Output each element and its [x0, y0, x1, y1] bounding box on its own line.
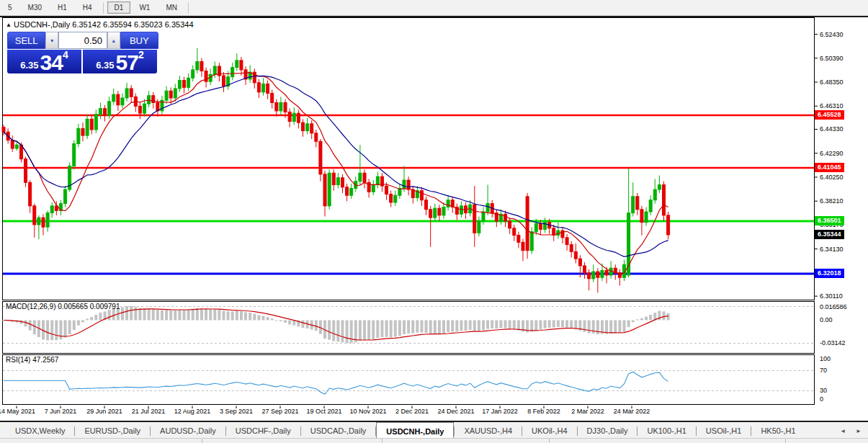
- chart-tab-uk100[interactable]: UK100-,H1: [637, 422, 695, 439]
- window-border: [0, 16, 868, 17]
- date-label: 12 Aug 2021: [174, 408, 211, 415]
- timeframe-button-h1[interactable]: H1: [50, 1, 74, 14]
- timeframe-button-5[interactable]: 5: [1, 1, 19, 14]
- date-label: 29 Jun 2021: [86, 408, 122, 415]
- tab-scroll-left-icon[interactable]: ◄: [835, 428, 851, 434]
- rsi-axis-label: 70: [820, 367, 827, 374]
- sell-price-small: 6.35: [20, 58, 38, 72]
- chart-tab-usdchf[interactable]: USDCHF-,Daily: [226, 422, 300, 439]
- date-label: 7 Jun 2021: [45, 408, 77, 415]
- price-tick-label: 6.34130: [820, 246, 844, 253]
- price-tick-label: 6.42290: [820, 150, 844, 157]
- sell-button[interactable]: SELL: [7, 32, 45, 49]
- status-strip-divider: [202, 439, 202, 443]
- chart-tab-usdx[interactable]: USDX,Weekly: [6, 422, 74, 439]
- price-tick-label: 6.40250: [820, 174, 844, 181]
- date-label: 10 Nov 2021: [349, 408, 386, 415]
- price-tick-label: 6.44330: [820, 125, 844, 133]
- macd-axis-label: -0.03142: [820, 339, 846, 346]
- rsi-axis-label: 30: [820, 387, 827, 394]
- status-strip-divider: [382, 439, 382, 443]
- timeframe-toolbar: 5M30H1H4D1W1MN: [0, 0, 868, 16]
- price-tick-label: 6.48350: [820, 79, 844, 86]
- date-label: 3 Sep 2021: [220, 408, 253, 415]
- price-tick-label: 6.30110: [820, 292, 843, 300]
- buy-price-display[interactable]: 6.35 57 2: [83, 50, 157, 73]
- price-level-badge: 6.32018: [815, 269, 844, 278]
- rsi-indicator-label: RSI(14) 47.2567: [6, 356, 58, 364]
- macd-axis-label: 0.00: [820, 316, 833, 323]
- timeframe-button-d1[interactable]: D1: [107, 1, 131, 14]
- buy-price-small: 6.35: [96, 58, 114, 72]
- sell-price-display[interactable]: 6.35 34 4: [7, 50, 81, 73]
- date-label: 14 May 2021: [0, 408, 35, 415]
- macd-indicator-label: MACD(12,26,9) 0.005665 0.009791: [6, 303, 120, 310]
- trading-platform-window: 5M30H1H4D1W1MN ▲ USDCNH-,Daily 6.35142 6…: [0, 0, 868, 443]
- chart-tab-bar: USDX,WeeklyEURUSD-,DailyAUDUSD-,DailyUSD…: [0, 421, 868, 439]
- tab-scroll-right-icon[interactable]: ►: [851, 428, 867, 434]
- chart-tab-usoil[interactable]: USOil-,H1: [697, 422, 751, 439]
- one-click-trading-widget: SELL ▼ ▲ BUY 6.35 34 4 6.35 57 2: [7, 32, 158, 73]
- price-level-badge: 6.41045: [815, 163, 844, 172]
- chart-tab-eurusd[interactable]: EURUSD-,Daily: [75, 422, 150, 439]
- volume-decrease-button[interactable]: ▼: [45, 32, 58, 49]
- sell-price-big: 34: [40, 53, 63, 72]
- tab-scroll-arrows: ◄►: [835, 422, 868, 439]
- collapse-triangle-icon: ▲: [6, 22, 12, 28]
- chart-tab-ukoil[interactable]: UKOil-,H4: [522, 422, 577, 439]
- status-strip-divider: [785, 439, 786, 443]
- date-label: 17 Jan 2022: [482, 408, 518, 415]
- buy-price-pip: 2: [138, 50, 144, 59]
- macd-axis-label: 0.016586: [820, 303, 847, 310]
- timeframe-button-h4[interactable]: H4: [76, 1, 99, 14]
- date-label: 27 Sep 2021: [261, 408, 298, 415]
- price-tick-label: 6.52430: [820, 31, 844, 38]
- chart-symbol-label: USDCNH-,Daily: [14, 20, 70, 29]
- buy-button[interactable]: BUY: [120, 32, 158, 49]
- status-strip: [0, 438, 868, 443]
- timeframe-button-mn[interactable]: MN: [158, 1, 184, 14]
- rsi-axis-label: 0: [820, 395, 823, 403]
- price-tick-label: 6.46310: [820, 102, 844, 109]
- chart-tab-xauusd[interactable]: XAUUSD-,H4: [455, 422, 522, 439]
- date-label: 2 Dec 2021: [395, 408, 429, 415]
- sell-price-pip: 4: [63, 50, 68, 59]
- chart-tab-usdcnh[interactable]: USDCNH-,Daily: [376, 422, 454, 439]
- date-label: 19 Oct 2021: [306, 408, 341, 415]
- date-label: 8 Feb 2022: [527, 408, 560, 415]
- price-level-badge: 6.35344: [815, 230, 844, 239]
- timeframe-button-w1[interactable]: W1: [132, 1, 157, 14]
- chart-tab-usdcad[interactable]: USDCAD-,Daily: [301, 422, 376, 439]
- price-level-badge: 6.36501: [815, 216, 844, 225]
- price-level-badge: 6.45528: [815, 110, 844, 120]
- date-label: 21 Jul 2021: [132, 408, 166, 415]
- price-tick-label: 6.50390: [820, 55, 844, 62]
- chart-title: ▲ USDCNH-,Daily 6.35142 6.35594 6.35023 …: [6, 20, 194, 29]
- buy-price-big: 57: [116, 53, 138, 72]
- rsi-axis-label: 100: [820, 355, 831, 362]
- date-label: 2 Mar 2022: [571, 408, 604, 415]
- price-tick-label: 6.38210: [820, 197, 844, 205]
- chart-tab-dj30[interactable]: DJ30-,Daily: [578, 422, 637, 439]
- timeframe-button-m30[interactable]: M30: [21, 1, 49, 14]
- chart-tab-audusd[interactable]: AUDUSD-,Daily: [151, 422, 225, 439]
- date-label: 24 Mar 2022: [614, 408, 650, 415]
- volume-input[interactable]: [58, 32, 107, 49]
- date-label: 24 Dec 2021: [437, 408, 474, 415]
- toolbar-separator: [103, 2, 104, 14]
- chart-ohlc-values: 6.35142 6.35594 6.35023 6.35344: [72, 20, 193, 29]
- volume-increase-button[interactable]: ▲: [107, 32, 120, 49]
- toolbar-separator: [188, 2, 189, 14]
- status-strip-divider: [549, 439, 550, 443]
- chart-tab-hk50[interactable]: HK50-,H1: [751, 422, 805, 439]
